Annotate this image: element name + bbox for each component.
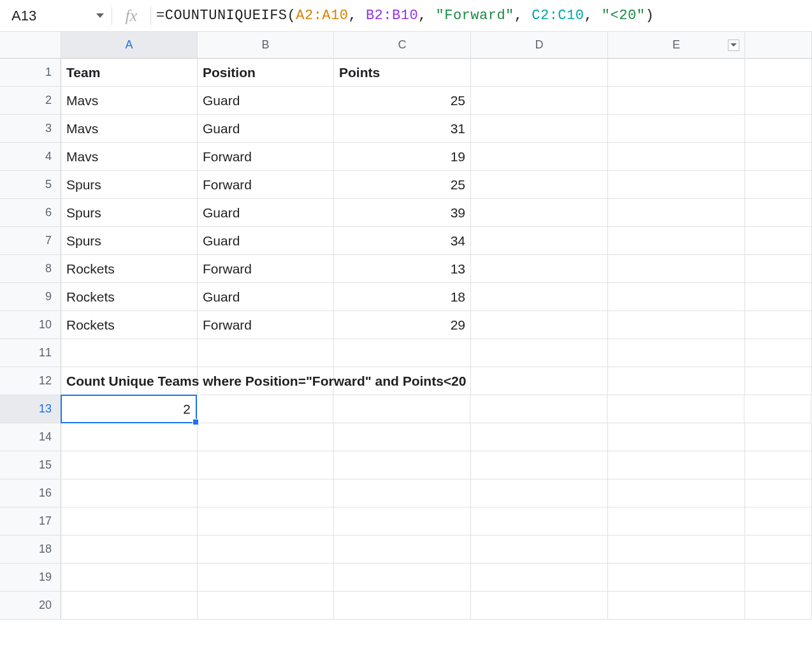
cell-E17[interactable]	[608, 507, 745, 536]
column-header-D[interactable]: D	[471, 32, 608, 59]
cell-E1[interactable]	[608, 59, 745, 87]
formula-input[interactable]: =COUNTUNIQUEIFS(A2:A10, B2:B10, "Forward…	[151, 8, 812, 24]
column-dropdown-icon[interactable]	[728, 40, 739, 51]
cell-D12[interactable]	[471, 367, 608, 395]
cell-E15[interactable]	[608, 451, 745, 479]
cell-B5[interactable]: Forward	[198, 171, 334, 199]
cell-F11[interactable]	[745, 339, 812, 367]
cell-E19[interactable]	[608, 564, 745, 592]
cell-F2[interactable]	[745, 87, 812, 115]
cell-C14[interactable]	[334, 423, 471, 451]
cell-A1[interactable]: Team	[61, 59, 198, 87]
cell-C5[interactable]: 25	[334, 171, 471, 199]
cell-A6[interactable]: Spurs	[61, 199, 198, 227]
cell-A13[interactable]: 2	[61, 395, 197, 423]
cell-C9[interactable]: 18	[334, 283, 471, 311]
name-box[interactable]: A13	[0, 8, 112, 24]
cell-B16[interactable]	[198, 479, 334, 507]
cell-B9[interactable]: Guard	[198, 283, 334, 311]
cell-C6[interactable]: 39	[334, 199, 471, 227]
cell-D11[interactable]	[471, 339, 608, 367]
cell-E16[interactable]	[608, 479, 745, 507]
cell-D8[interactable]	[471, 255, 608, 283]
cell-F13[interactable]	[744, 395, 811, 423]
cell-B1[interactable]: Position	[198, 59, 334, 87]
column-header-E[interactable]: E	[608, 32, 745, 59]
cell-D6[interactable]	[471, 199, 608, 227]
cell-A10[interactable]: Rockets	[61, 311, 198, 339]
cell-F19[interactable]	[745, 564, 812, 592]
cell-B15[interactable]	[198, 451, 334, 479]
cell-F5[interactable]	[745, 171, 812, 199]
cell-F20[interactable]	[745, 592, 812, 620]
cell-A11[interactable]	[61, 339, 198, 367]
cell-F12[interactable]	[745, 367, 812, 395]
select-all-corner[interactable]	[0, 32, 61, 59]
cell-E11[interactable]	[608, 339, 745, 367]
cell-A7[interactable]: Spurs	[61, 227, 198, 255]
cell-A18[interactable]	[61, 536, 198, 564]
cell-C16[interactable]	[334, 479, 471, 507]
cell-F16[interactable]	[745, 479, 812, 507]
row-header-20[interactable]: 20	[0, 592, 61, 620]
cell-D13[interactable]	[470, 395, 607, 423]
cell-D2[interactable]	[471, 87, 608, 115]
cell-C4[interactable]: 19	[334, 143, 471, 171]
cell-F8[interactable]	[745, 255, 812, 283]
cell-E12[interactable]	[608, 367, 745, 395]
cell-B19[interactable]	[198, 564, 334, 592]
row-header-17[interactable]: 17	[0, 507, 61, 536]
column-header-B[interactable]: B	[198, 32, 334, 59]
row-header-9[interactable]: 9	[0, 283, 61, 311]
row-header-18[interactable]: 18	[0, 536, 61, 564]
cell-D10[interactable]	[471, 311, 608, 339]
cell-D20[interactable]	[471, 592, 608, 620]
cell-D4[interactable]	[471, 143, 608, 171]
cell-B11[interactable]	[198, 339, 334, 367]
cell-E2[interactable]	[608, 87, 745, 115]
cell-C8[interactable]: 13	[334, 255, 471, 283]
cell-E13[interactable]	[607, 395, 744, 423]
row-header-10[interactable]: 10	[0, 311, 61, 339]
cell-F6[interactable]	[745, 199, 812, 227]
cell-E14[interactable]	[608, 423, 745, 451]
row-header-11[interactable]: 11	[0, 339, 61, 367]
cell-F3[interactable]	[745, 115, 812, 143]
cell-F9[interactable]	[745, 283, 812, 311]
cell-D16[interactable]	[471, 479, 608, 507]
cell-C7[interactable]: 34	[334, 227, 471, 255]
fill-handle[interactable]	[192, 419, 199, 425]
cell-A8[interactable]: Rockets	[61, 255, 198, 283]
cell-F17[interactable]	[745, 507, 812, 536]
cell-F7[interactable]	[745, 227, 812, 255]
row-header-5[interactable]: 5	[0, 171, 61, 199]
column-header-A[interactable]: A	[61, 32, 198, 59]
cell-B6[interactable]: Guard	[198, 199, 334, 227]
cell-A17[interactable]	[61, 507, 198, 536]
cell-C11[interactable]	[334, 339, 471, 367]
row-header-13[interactable]: 13	[0, 395, 61, 423]
cell-A19[interactable]	[61, 564, 198, 592]
cell-A16[interactable]	[61, 479, 198, 507]
cell-D7[interactable]	[471, 227, 608, 255]
cell-F18[interactable]	[745, 536, 812, 564]
cell-B3[interactable]: Guard	[198, 115, 334, 143]
cell-C18[interactable]	[334, 536, 471, 564]
cell-A20[interactable]	[61, 592, 198, 620]
cell-F15[interactable]	[745, 451, 812, 479]
cell-E4[interactable]	[608, 143, 745, 171]
cell-E9[interactable]	[608, 283, 745, 311]
cell-C20[interactable]	[334, 592, 471, 620]
cell-B2[interactable]: Guard	[198, 87, 334, 115]
cell-E18[interactable]	[608, 536, 745, 564]
row-header-2[interactable]: 2	[0, 87, 61, 115]
row-header-3[interactable]: 3	[0, 115, 61, 143]
cell-B8[interactable]: Forward	[198, 255, 334, 283]
cell-D15[interactable]	[471, 451, 608, 479]
cell-B18[interactable]	[198, 536, 334, 564]
cell-E10[interactable]	[608, 311, 745, 339]
cell-A2[interactable]: Mavs	[61, 87, 198, 115]
cell-A15[interactable]	[61, 451, 198, 479]
cell-D9[interactable]	[471, 283, 608, 311]
cell-B14[interactable]	[198, 423, 334, 451]
